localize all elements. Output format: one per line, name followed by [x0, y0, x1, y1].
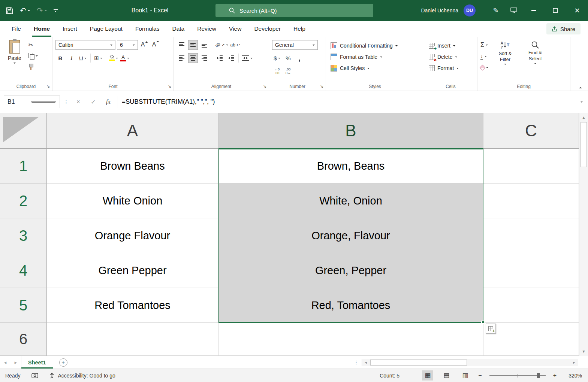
maximize-button[interactable] — [545, 0, 566, 21]
accessibility-status[interactable]: Accessibility: Good to go — [49, 373, 115, 379]
insert-cells-button[interactable]: Insert — [427, 40, 474, 51]
font-color-button[interactable]: A — [120, 53, 130, 63]
delete-cells-button[interactable]: Delete — [427, 51, 474, 63]
cell-A4[interactable]: Green Pepper — [47, 253, 218, 288]
zoom-level[interactable]: 320% — [564, 373, 582, 379]
wrap-text-button[interactable]: ab ↩ — [230, 40, 241, 50]
vertical-scrollbar[interactable]: ▲ ▼ — [579, 113, 588, 356]
cell-A5[interactable]: Red Tomantoes — [47, 288, 218, 323]
drag-handle-icon[interactable]: ⋮ — [64, 99, 69, 105]
cell-B2[interactable]: White, Onion — [218, 184, 483, 218]
cell-C1[interactable] — [483, 149, 579, 184]
cut-button[interactable]: ✂ — [28, 41, 38, 49]
minimize-button[interactable] — [523, 0, 545, 21]
page-layout-view-button[interactable]: ▤ — [441, 370, 452, 381]
tab-formulas[interactable]: Formulas — [129, 21, 166, 37]
cell-C4[interactable] — [483, 253, 579, 288]
search-box[interactable]: Search (Alt+Q) — [215, 4, 373, 17]
bottom-align-button[interactable] — [199, 40, 209, 50]
cell-B4[interactable]: Green, Pepper — [218, 253, 483, 288]
row-header-2[interactable]: 2 — [0, 184, 47, 218]
customize-quick-access-toolbar-button[interactable] — [54, 9, 58, 12]
italic-button[interactable]: I — [67, 53, 76, 63]
autosum-button[interactable]: Σ — [480, 41, 488, 49]
column-header-a[interactable]: A — [47, 113, 218, 149]
merge-and-center-button[interactable] — [241, 53, 253, 63]
redo-button[interactable]: ↷ — [37, 7, 47, 14]
row-header-1[interactable]: 1 — [0, 149, 47, 184]
accounting-format-button[interactable]: $ — [272, 53, 282, 63]
tab-view[interactable]: View — [223, 21, 248, 37]
number-format-combobox[interactable]: General — [272, 40, 318, 50]
cell-A6[interactable] — [47, 323, 218, 356]
zoom-slider[interactable] — [489, 375, 546, 376]
cell-B5[interactable]: Red, Tomantoes — [218, 288, 483, 323]
chevron-down-icon[interactable] — [45, 10, 47, 11]
tab-insert[interactable]: Insert — [56, 21, 84, 37]
dialog-launcher-icon[interactable]: ↘ — [320, 84, 323, 88]
zoom-slider-thumb[interactable] — [537, 373, 540, 378]
cell-A1[interactable]: Brown Beans — [47, 149, 218, 184]
fill-color-button[interactable] — [109, 53, 118, 63]
chevron-down-icon[interactable] — [31, 101, 56, 103]
cell-A2[interactable]: White Onion — [47, 184, 218, 218]
row-header-6[interactable]: 6 — [0, 323, 47, 356]
cell-C5[interactable] — [483, 288, 579, 323]
middle-align-button[interactable] — [188, 40, 198, 50]
expand-formula-bar-button[interactable] — [581, 101, 583, 103]
next-sheet-button[interactable]: ► — [10, 360, 21, 365]
scroll-left-icon[interactable]: ◄ — [362, 361, 370, 364]
bold-button[interactable]: B — [55, 53, 65, 63]
font-size-combobox[interactable]: 6 — [117, 40, 138, 50]
cancel-button[interactable]: × — [73, 96, 84, 107]
column-header-b[interactable]: B — [218, 113, 483, 149]
paste-button[interactable]: Paste — [3, 40, 26, 71]
select-all-button[interactable] — [0, 113, 47, 149]
copy-button[interactable] — [28, 52, 38, 60]
sheet-tab-sheet1[interactable]: Sheet1 — [21, 356, 53, 369]
comma-style-button[interactable]: , — [295, 53, 304, 63]
align-left-button[interactable] — [177, 53, 187, 63]
save-button[interactable] — [6, 7, 13, 14]
orientation-button[interactable]: ab ↗ — [215, 40, 229, 50]
center-button[interactable] — [188, 53, 198, 63]
cell-styles-button[interactable]: Cell Styles — [329, 63, 421, 74]
cell-C6[interactable] — [483, 323, 579, 356]
chevron-down-icon[interactable] — [226, 45, 228, 46]
increase-font-size-button[interactable]: A — [139, 40, 149, 50]
share-button[interactable]: Share — [546, 23, 581, 34]
chevron-down-icon[interactable] — [127, 58, 129, 59]
increase-indent-button[interactable] — [226, 53, 236, 63]
format-painter-button[interactable] — [28, 63, 38, 71]
scroll-right-icon[interactable]: ► — [570, 361, 578, 364]
horizontal-scrollbar[interactable]: ◄ ► — [362, 359, 578, 366]
cell-B3[interactable]: Orange, Flavour — [218, 218, 483, 253]
tab-splitter-handle[interactable]: ⋮ — [354, 360, 359, 365]
tab-developer[interactable]: Developer — [248, 21, 287, 37]
close-button[interactable]: × — [566, 0, 588, 21]
previous-sheet-button[interactable]: ◄ — [0, 360, 10, 365]
normal-view-button[interactable]: ▦ — [422, 370, 433, 381]
formula-input[interactable]: =SUBSTITUTE(TRIM(A1)," ",", ") — [118, 96, 577, 108]
tab-page-layout[interactable]: Page Layout — [84, 21, 129, 37]
chevron-down-icon[interactable] — [28, 10, 30, 11]
clear-button[interactable] — [480, 63, 488, 72]
zoom-out-button[interactable]: − — [478, 372, 482, 379]
chevron-down-icon[interactable] — [100, 58, 102, 59]
collapse-ribbon-button[interactable] — [579, 87, 582, 88]
tab-file[interactable]: File — [5, 21, 27, 37]
format-as-table-button[interactable]: Format as Table — [329, 51, 421, 63]
avatar[interactable]: DU — [464, 4, 476, 16]
dialog-launcher-icon[interactable]: ↘ — [46, 84, 50, 88]
tab-review[interactable]: Review — [191, 21, 223, 37]
increase-decimal-button[interactable]: ←0 .00 — [272, 66, 282, 76]
decrease-indent-button[interactable] — [215, 53, 224, 63]
cell-B1-active[interactable]: Brown, Beans — [218, 149, 483, 184]
scroll-down-icon[interactable]: ▼ — [579, 349, 588, 354]
align-right-button[interactable] — [199, 53, 209, 63]
decrease-decimal-button[interactable]: .00 0→ — [283, 66, 293, 76]
cell-B6[interactable] — [218, 323, 483, 356]
name-box[interactable]: B1 — [4, 96, 60, 108]
chevron-down-icon[interactable] — [13, 63, 16, 64]
tab-help[interactable]: Help — [287, 21, 312, 37]
